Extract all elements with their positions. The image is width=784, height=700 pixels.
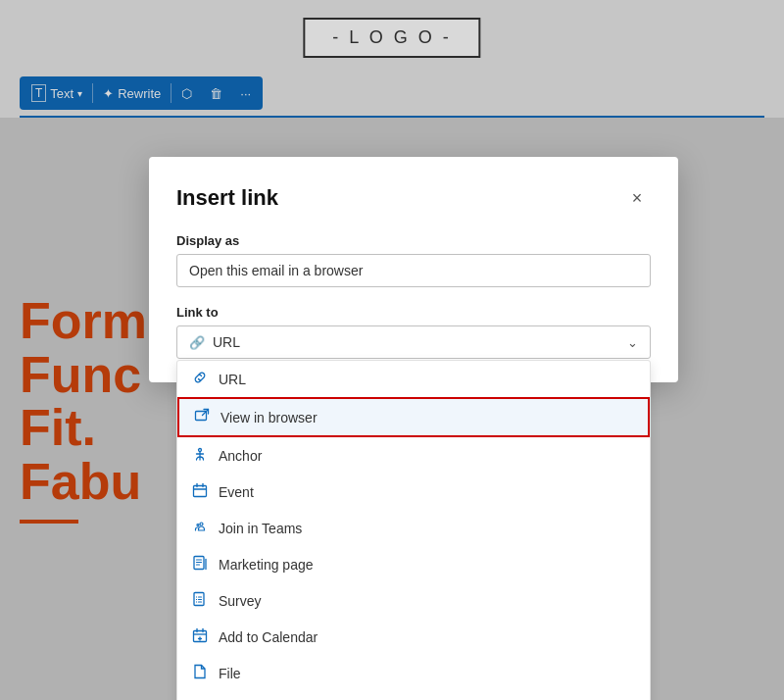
url-label: URL: [219, 372, 246, 387]
link-to-label: Link to: [176, 305, 651, 320]
url-icon: [191, 370, 209, 388]
file-label: File: [219, 666, 241, 681]
display-as-input[interactable]: [176, 254, 651, 287]
dropdown-item-video[interactable]: Video: [177, 691, 650, 700]
marketing-page-label: Marketing page: [219, 557, 314, 573]
file-icon: [191, 664, 209, 682]
dropdown-item-view-in-browser[interactable]: View in browser View in browser: [177, 397, 650, 437]
survey-icon: [191, 591, 209, 610]
dropdown-item-marketing-page[interactable]: Marketing page: [177, 546, 650, 582]
insert-link-modal: Insert link × Display as Link to URL ⌄ U…: [149, 157, 678, 382]
marketing-page-icon: [191, 555, 209, 574]
view-in-browser-label: View in browser: [220, 410, 318, 425]
chevron-down-icon: ⌄: [627, 335, 638, 350]
add-to-calendar-icon: [191, 627, 209, 646]
dropdown-item-file[interactable]: File: [177, 655, 650, 691]
dropdown-item-url[interactable]: URL: [177, 361, 650, 397]
anchor-icon: [191, 446, 209, 465]
close-button[interactable]: ×: [623, 184, 651, 212]
event-label: Event: [219, 484, 254, 500]
event-icon: [191, 482, 209, 501]
dropdown-selected-icon: [189, 334, 205, 350]
svg-rect-2: [194, 486, 207, 497]
display-as-label: Display as: [176, 233, 651, 248]
link-type-dropdown: URL ⌄ URL: [176, 325, 651, 359]
dropdown-item-event[interactable]: Event: [177, 474, 650, 510]
dropdown-item-join-in-teams[interactable]: Join in Teams: [177, 510, 650, 546]
survey-label: Survey: [219, 593, 262, 609]
view-in-browser-icon: [193, 408, 211, 426]
dropdown-list: URL View in browser View in browser: [176, 360, 651, 700]
teams-label: Join in Teams: [219, 521, 302, 536]
teams-icon: [191, 519, 209, 537]
dropdown-item-anchor[interactable]: Anchor: [177, 437, 650, 474]
add-to-calendar-label: Add to Calendar: [219, 629, 318, 645]
dropdown-item-add-to-calendar[interactable]: Add to Calendar: [177, 619, 650, 655]
modal-header: Insert link ×: [176, 184, 651, 212]
anchor-label: Anchor: [219, 448, 262, 464]
dropdown-item-survey[interactable]: Survey: [177, 582, 650, 619]
modal-title: Insert link: [176, 185, 278, 211]
dropdown-trigger[interactable]: URL ⌄: [176, 325, 651, 359]
dropdown-selected-label: URL: [213, 334, 619, 350]
